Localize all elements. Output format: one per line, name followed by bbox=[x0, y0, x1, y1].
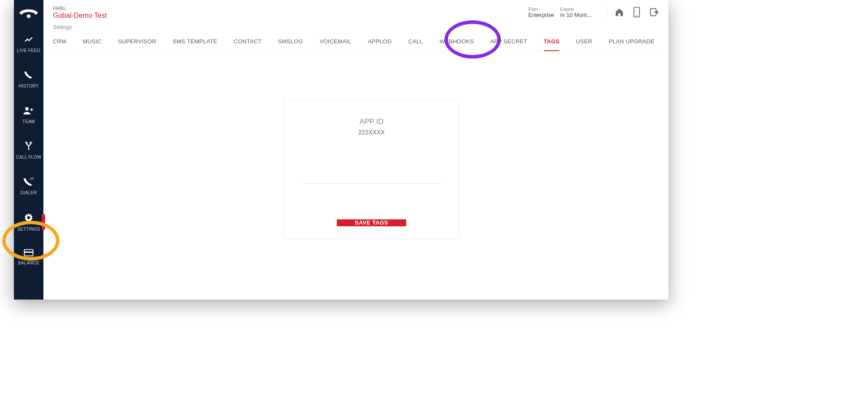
svg-text:SIP: SIP bbox=[30, 177, 34, 180]
plan-block: Plan Enterprise bbox=[528, 7, 554, 18]
sidebar-item-history[interactable]: HISTORY bbox=[14, 62, 43, 97]
sidebar-item-settings[interactable]: SETTINGS bbox=[14, 204, 43, 240]
sidebar-item-live-feed[interactable]: LIVE FEED bbox=[14, 26, 43, 62]
app-screen: LIVE FEED HISTORY TEAM bbox=[14, 0, 668, 300]
app-id-value: 222XXXX bbox=[358, 129, 385, 136]
sidebar-item-label: TEAM bbox=[23, 119, 35, 124]
plan-label: Plan bbox=[528, 7, 554, 12]
split-arrows-icon bbox=[24, 141, 33, 151]
gear-icon bbox=[23, 212, 34, 223]
expire-value: In 10 Mont… bbox=[560, 12, 592, 18]
app-id-title: APP ID bbox=[359, 117, 383, 126]
sidebar-item-team[interactable]: TEAM bbox=[14, 97, 43, 133]
tabs-heading: Settings bbox=[53, 24, 659, 30]
home-icon[interactable] bbox=[615, 7, 624, 17]
sidebar-item-label: HISTORY bbox=[19, 84, 39, 88]
tab-sms-template[interactable]: SMS TEMPLATE bbox=[173, 34, 217, 51]
expire-block: Expire In 10 Mont… bbox=[560, 7, 592, 18]
tab-applog[interactable]: APPLOG bbox=[368, 34, 392, 51]
expire-label: Expire bbox=[560, 7, 592, 12]
brand-logo bbox=[14, 0, 43, 26]
svg-point-8 bbox=[636, 15, 637, 16]
sidebar-item-label: BALANCE bbox=[18, 261, 39, 265]
tab-call[interactable]: CALL bbox=[408, 34, 423, 51]
mobile-icon[interactable] bbox=[633, 7, 641, 17]
sidebar-item-balance[interactable]: BALANCE bbox=[14, 240, 43, 274]
card-icon bbox=[24, 249, 33, 257]
tab-crm[interactable]: CRM bbox=[53, 34, 66, 51]
input-underline[interactable] bbox=[302, 183, 441, 184]
svg-point-1 bbox=[25, 107, 29, 111]
tab-tags[interactable]: TAGS bbox=[544, 34, 559, 51]
exit-icon[interactable] bbox=[649, 7, 659, 17]
hello-text: Hello, bbox=[53, 5, 528, 11]
plan-value: Enterprise bbox=[528, 12, 554, 18]
header-meta: Plan Enterprise Expire In 10 Mont… bbox=[528, 7, 659, 18]
active-indicator bbox=[42, 214, 45, 230]
tab-music[interactable]: MUSIC bbox=[83, 34, 102, 51]
settings-tabs: CRM MUSIC SUPERVISOR SMS TEMPLATE CONTAC… bbox=[53, 34, 659, 51]
svg-rect-6 bbox=[24, 251, 33, 253]
greeting: Hello, Gobal-Demo Test bbox=[53, 5, 528, 20]
tab-user[interactable]: USER bbox=[576, 34, 592, 51]
user-name: Gobal-Demo Test bbox=[53, 12, 528, 20]
tab-app-secret[interactable]: APP SECRET bbox=[490, 34, 527, 51]
sidebar-item-label: LIVE FEED bbox=[17, 48, 40, 53]
tab-smslog[interactable]: SMSLOG bbox=[278, 34, 303, 51]
settings-tabs-row: Settings CRM MUSIC SUPERVISOR SMS TEMPLA… bbox=[43, 24, 668, 51]
tab-webhooks[interactable]: WEBHOOKS bbox=[440, 34, 474, 51]
sidebar: LIVE FEED HISTORY TEAM bbox=[14, 0, 43, 300]
tags-card: APP ID 222XXXX SAVE TAGS bbox=[284, 100, 459, 239]
sidebar-item-label: CALL FLOW bbox=[16, 155, 41, 160]
dialer-sip-icon: SIP bbox=[23, 177, 34, 186]
tab-voicemail[interactable]: VOICEMAIL bbox=[319, 34, 352, 51]
tab-supervisor[interactable]: SUPERVISOR bbox=[118, 34, 156, 51]
sidebar-item-call-flow[interactable]: CALL FLOW bbox=[14, 133, 43, 168]
save-tags-button[interactable]: SAVE TAGS bbox=[337, 219, 406, 226]
sidebar-item-dialer[interactable]: SIP DIALER bbox=[14, 168, 43, 204]
team-add-icon bbox=[23, 106, 34, 115]
sidebar-item-label: SETTINGS bbox=[17, 227, 40, 231]
tab-contact[interactable]: CONTACT bbox=[234, 34, 262, 51]
phone-icon bbox=[24, 70, 33, 80]
svg-point-0 bbox=[27, 14, 31, 18]
trend-line-icon bbox=[24, 35, 33, 44]
sidebar-item-label: DIALER bbox=[20, 190, 37, 195]
svg-point-4 bbox=[27, 216, 30, 219]
tab-plan-upgrade[interactable]: PLAN UPGRADE bbox=[608, 34, 654, 51]
header: Hello, Gobal-Demo Test Plan Enterprise E… bbox=[43, 0, 668, 22]
